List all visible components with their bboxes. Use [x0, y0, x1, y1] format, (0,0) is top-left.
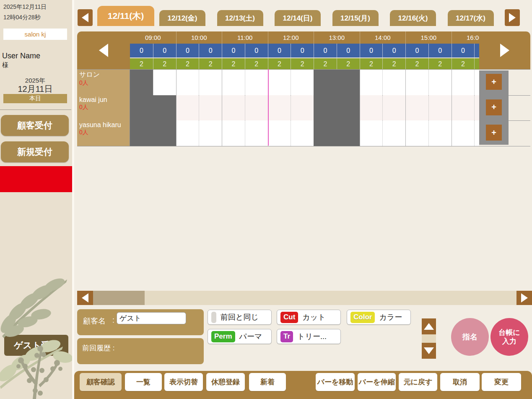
add-booking-button[interactable]: +: [486, 74, 502, 90]
time-slot-cell[interactable]: [176, 70, 199, 95]
toolbar-button[interactable]: 一覧: [125, 373, 162, 391]
break-block[interactable]: [130, 120, 176, 146]
time-slot-cell[interactable]: [268, 95, 291, 121]
scrollbar-thumb[interactable]: [93, 291, 145, 305]
add-booking-button[interactable]: +: [486, 125, 502, 141]
date-tab[interactable]: 12/12(金): [159, 10, 205, 26]
time-slot-cell[interactable]: [199, 95, 222, 121]
up-arrow-icon: [424, 323, 434, 330]
break-block[interactable]: [314, 120, 360, 146]
time-slot-cell[interactable]: [222, 95, 245, 121]
break-block[interactable]: [130, 95, 176, 121]
date-tab[interactable]: 12/13(土): [217, 10, 263, 26]
capacity-count-cell: 2: [428, 58, 452, 70]
time-slot-cell[interactable]: [360, 95, 383, 121]
vertical-scrollbar-track[interactable]: [422, 334, 436, 343]
horizontal-scrollbar[interactable]: [77, 291, 532, 305]
toolbar-button[interactable]: 表示切替: [164, 373, 203, 391]
time-slot-cell[interactable]: [268, 120, 291, 146]
date-tab-active[interactable]: 12/11(木): [97, 6, 154, 26]
menu-button-label: 前回と同じ: [221, 312, 259, 322]
time-slot-cell[interactable]: [291, 120, 314, 146]
grid-scroll-right-button[interactable]: [479, 31, 530, 69]
hour-header-cell: 10:00: [176, 31, 222, 44]
time-slot-cell[interactable]: [428, 95, 452, 121]
capacity-count-cell: 2: [452, 58, 475, 70]
hour-header-row: 09:0010:0011:0012:0013:0014:0015:0016:00: [130, 31, 479, 44]
reserved-count-cell: 0: [428, 44, 452, 57]
time-slot-cell[interactable]: [291, 70, 314, 95]
right-arrow-icon: [521, 293, 528, 303]
scroll-left-button[interactable]: [77, 291, 93, 305]
time-slot-cell[interactable]: [452, 95, 475, 121]
toolbar-button[interactable]: 休憩登録: [206, 373, 245, 391]
time-slot-cell[interactable]: [199, 120, 222, 146]
time-slot-cell[interactable]: [382, 70, 405, 95]
time-slot-cell[interactable]: [452, 70, 475, 95]
time-slot-cell[interactable]: [222, 120, 245, 146]
date-tabs-prev-button[interactable]: [78, 9, 93, 26]
time-slot-cell[interactable]: [222, 70, 245, 95]
toolbar-button[interactable]: 新着: [249, 373, 286, 391]
time-slot-cell[interactable]: [176, 95, 199, 121]
time-slot-cell[interactable]: [153, 70, 176, 95]
time-slot-cell[interactable]: [291, 95, 314, 121]
time-slot-cell[interactable]: [452, 120, 475, 146]
time-slot-cell[interactable]: [268, 70, 291, 95]
daicho-entry-button[interactable]: 台帳に 入力: [490, 318, 528, 356]
new-reception-button[interactable]: 新規受付: [1, 141, 69, 162]
time-slot-cell[interactable]: [245, 70, 268, 95]
date-tab[interactable]: 12/15(月): [332, 10, 379, 26]
shimei-button[interactable]: 指名: [451, 318, 489, 356]
menu-button[interactable]: 前回と同じ: [208, 310, 272, 325]
scroll-right-button[interactable]: [516, 291, 532, 305]
time-slot-cell[interactable]: [176, 120, 199, 146]
scroll-down-button[interactable]: [422, 343, 436, 359]
time-slot-cell[interactable]: [474, 120, 479, 146]
current-time-text: 12時04分28秒: [3, 14, 41, 21]
blank-badge: [211, 312, 216, 323]
time-slot-cell[interactable]: [474, 70, 479, 95]
time-slot-cell[interactable]: [405, 95, 428, 121]
toolbar-button[interactable]: バーを移動: [316, 373, 355, 391]
date-tab[interactable]: 12/14(日): [275, 10, 321, 26]
date-tabs-next-button[interactable]: [505, 9, 520, 26]
menu-button[interactable]: Cutカット: [277, 310, 341, 325]
customer-reception-button[interactable]: 顧客受付: [1, 115, 69, 136]
reserved-count-cell: 0: [199, 44, 222, 57]
time-slot-cell[interactable]: [428, 70, 452, 95]
toolbar-button[interactable]: 取消: [440, 373, 480, 391]
time-slot-cell[interactable]: [360, 70, 383, 95]
date-tab[interactable]: 12/17(水): [448, 10, 494, 26]
time-slot-cell[interactable]: [474, 95, 479, 121]
time-slot-cell[interactable]: [199, 70, 222, 95]
time-slot-cell[interactable]: [245, 95, 268, 121]
today-button[interactable]: 本日: [3, 94, 67, 103]
time-slot-cell[interactable]: [245, 120, 268, 146]
time-slot-cell[interactable]: [405, 70, 428, 95]
add-booking-button[interactable]: +: [486, 99, 502, 115]
menu-button[interactable]: Trトリー...: [277, 329, 341, 344]
time-slot-cell[interactable]: [382, 95, 405, 121]
break-block[interactable]: [130, 70, 153, 95]
break-block[interactable]: [314, 70, 360, 95]
toolbar-button[interactable]: 変更: [482, 373, 521, 391]
toolbar-button[interactable]: 元に戻す: [399, 373, 437, 391]
grid-scroll-left-button[interactable]: [77, 31, 130, 69]
toolbar-button[interactable]: 顧客確認: [80, 373, 122, 391]
time-slot-cell[interactable]: [405, 120, 428, 146]
right-arrow-icon: [500, 44, 509, 57]
customer-name-input[interactable]: [117, 312, 186, 324]
time-slot-cell[interactable]: [428, 120, 452, 146]
time-slot-cell[interactable]: [360, 120, 383, 146]
right-arrow-icon: [509, 13, 516, 22]
toolbar-button[interactable]: バーを伸縮: [358, 373, 396, 391]
break-block[interactable]: [314, 95, 360, 121]
time-slot-cell[interactable]: [382, 120, 405, 146]
bottom-toolbar: 顧客確認一覧表示切替休憩登録新着バーを移動バーを伸縮元に戻す取消変更: [74, 371, 532, 399]
customer-name-box: 顧客名 :: [77, 309, 204, 335]
scroll-up-button[interactable]: [422, 318, 436, 334]
date-tab[interactable]: 12/16(火): [390, 10, 436, 26]
menu-button[interactable]: Permパーマ: [208, 329, 272, 344]
menu-button[interactable]: Colorカラー: [347, 310, 411, 325]
